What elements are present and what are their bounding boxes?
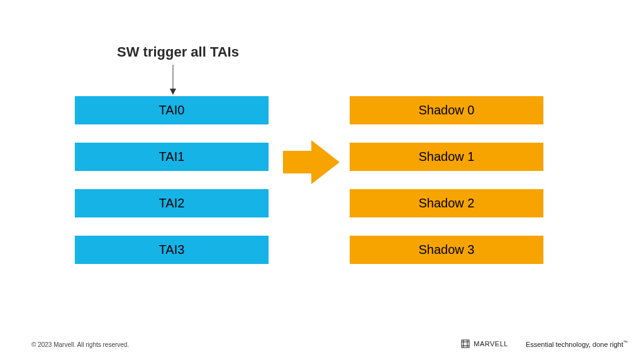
shadow-block: Shadow 2 <box>350 189 543 217</box>
svg-rect-3 <box>462 340 469 348</box>
tagline: Essential technology, done right™ <box>526 340 628 348</box>
tai-block: TAI2 <box>75 189 269 217</box>
tai-block: TAI3 <box>75 236 269 264</box>
right-column: Shadow 0 Shadow 1 Shadow 2 Shadow 3 <box>350 96 543 282</box>
svg-marker-1 <box>170 89 176 95</box>
arrow-down-icon <box>169 65 177 95</box>
left-column: TAI0 TAI1 TAI2 TAI3 <box>75 96 269 282</box>
brand-name: MARVELL <box>474 340 508 348</box>
shadow-block: Shadow 3 <box>350 236 543 264</box>
slide: SW trigger all TAIs TAI0 TAI1 TAI2 TAI3 … <box>0 0 644 362</box>
diagram-title: SW trigger all TAIs <box>117 44 239 60</box>
tai-block: TAI0 <box>75 96 269 124</box>
marvell-logo-icon <box>461 339 470 348</box>
brand-logo: MARVELL <box>461 339 508 348</box>
copyright-text: © 2023 Marvell. All rights reserved. <box>31 341 129 348</box>
shadow-block: Shadow 0 <box>350 96 543 124</box>
tai-block: TAI1 <box>75 143 269 171</box>
shadow-block: Shadow 1 <box>350 143 543 171</box>
arrow-right-icon <box>283 140 340 184</box>
footer-right: MARVELL Essential technology, done right… <box>461 339 628 348</box>
svg-marker-2 <box>283 140 340 184</box>
